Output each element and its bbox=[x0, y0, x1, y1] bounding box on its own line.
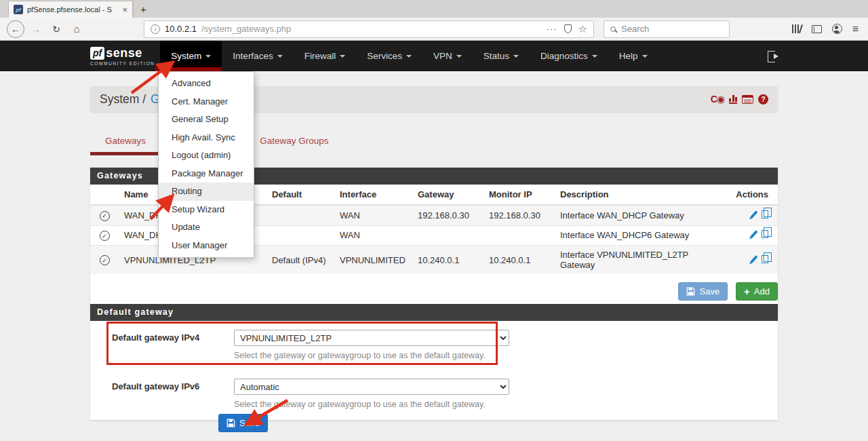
url-host: 10.0.2.1 bbox=[165, 24, 197, 34]
tab-gateway-groups[interactable]: Gateway Groups bbox=[245, 128, 343, 155]
edit-icon[interactable] bbox=[750, 255, 757, 263]
pfsense-navbar: pf sense COMMUNITY EDITION System Interf… bbox=[0, 41, 868, 71]
search-placeholder: Search bbox=[621, 24, 649, 34]
url-path: /system_gateways.php bbox=[201, 24, 291, 34]
edit-icon[interactable] bbox=[750, 230, 757, 238]
menu-item-general-setup[interactable]: General Setup bbox=[159, 111, 254, 129]
tab-gateways[interactable]: Gateways bbox=[90, 128, 161, 155]
gateway-online-icon bbox=[100, 211, 110, 221]
save-floppy-icon bbox=[226, 419, 235, 427]
chevron-down-icon bbox=[513, 55, 519, 58]
search-input[interactable]: Search bbox=[604, 20, 730, 38]
browser-tab[interactable]: pf pfSense.pfsense.local - S × bbox=[8, 1, 133, 18]
save-floppy-icon bbox=[686, 287, 695, 296]
url-bar[interactable]: i 10.0.2.1 /system_gateways.php ··· ☆ bbox=[144, 20, 594, 38]
browser-toolbar: ← → ↻ ⌂ i 10.0.2.1 /system_gateways.php … bbox=[0, 18, 868, 41]
copy-icon[interactable] bbox=[762, 255, 768, 263]
log-table-icon[interactable] bbox=[742, 95, 753, 104]
search-icon bbox=[610, 26, 616, 32]
menu-item-package-manager[interactable]: Package Manager bbox=[159, 165, 254, 183]
chevron-down-icon bbox=[592, 55, 597, 58]
menu-item-advanced[interactable]: Advanced bbox=[159, 75, 254, 93]
default-gateway-save-button[interactable]: Save bbox=[218, 414, 268, 432]
status-refresh-icon[interactable]: C◉ bbox=[711, 94, 724, 104]
add-gateway-button[interactable]: + Add bbox=[736, 282, 778, 301]
new-tab-button[interactable]: + bbox=[133, 1, 153, 18]
logo-pf-badge: pf bbox=[90, 47, 104, 60]
menu-item-setup-wizard[interactable]: Setup Wizard bbox=[159, 201, 254, 219]
page-actions-icon[interactable]: ··· bbox=[547, 24, 557, 34]
tab-close-icon[interactable]: × bbox=[122, 5, 127, 15]
help-icon[interactable]: ? bbox=[758, 94, 768, 104]
nav-firewall[interactable]: Firewall bbox=[294, 41, 357, 71]
chevron-down-icon bbox=[406, 55, 412, 58]
menu-item-high-avail-sync[interactable]: High Avail. Sync bbox=[159, 129, 254, 147]
chevron-down-icon bbox=[340, 55, 345, 58]
menu-item-logout[interactable]: Logout (admin) bbox=[159, 147, 254, 165]
breadcrumb-section: System / bbox=[100, 92, 146, 107]
nav-vpn[interactable]: VPN bbox=[422, 41, 473, 71]
ipv6-gateway-select[interactable]: Automatic bbox=[234, 379, 509, 395]
col-description: Description bbox=[555, 185, 729, 205]
account-icon[interactable] bbox=[832, 24, 842, 34]
back-button[interactable]: ← bbox=[7, 20, 24, 38]
menu-item-cert-manager[interactable]: Cert. Manager bbox=[159, 93, 254, 111]
nav-services[interactable]: Services bbox=[356, 41, 422, 71]
menu-hamburger-icon[interactable]: ≡ bbox=[852, 23, 859, 35]
nav-diagnostics[interactable]: Diagnostics bbox=[530, 41, 608, 71]
logout-icon[interactable] bbox=[768, 51, 778, 61]
library-icon[interactable] bbox=[792, 24, 802, 33]
menu-item-routing[interactable]: Routing bbox=[159, 183, 254, 201]
home-button[interactable]: ⌂ bbox=[69, 23, 84, 35]
default-gateway-panel-title: Default gateway bbox=[90, 304, 778, 321]
menu-item-user-manager[interactable]: User Manager bbox=[159, 237, 254, 255]
nav-help[interactable]: Help bbox=[608, 41, 658, 71]
chevron-down-icon bbox=[456, 55, 462, 58]
col-gateway: Gateway bbox=[412, 185, 484, 205]
annotation-highlight-box bbox=[106, 322, 498, 365]
copy-icon[interactable] bbox=[762, 210, 768, 218]
tracking-shield-icon[interactable] bbox=[564, 24, 572, 33]
bookmark-star-icon[interactable]: ☆ bbox=[578, 23, 587, 35]
gateway-online-icon bbox=[100, 255, 110, 265]
reload-button[interactable]: ↻ bbox=[49, 24, 64, 35]
browser-tab-bar: pf pfSense.pfsense.local - S × + bbox=[0, 0, 868, 18]
site-info-icon[interactable]: i bbox=[151, 24, 160, 34]
col-interface: Interface bbox=[334, 185, 412, 205]
logo-sense-text: sense bbox=[106, 46, 142, 60]
ipv6-help-text: Select the gateway or gatewaygroup to us… bbox=[234, 400, 509, 409]
edit-icon[interactable] bbox=[750, 210, 757, 218]
system-dropdown-menu: Advanced Cert. Manager General Setup Hig… bbox=[158, 71, 254, 258]
col-monitor: Monitor IP bbox=[484, 185, 555, 205]
nav-system[interactable]: System bbox=[160, 41, 222, 71]
chevron-down-icon bbox=[277, 55, 283, 58]
chevron-down-icon bbox=[642, 55, 648, 58]
menu-item-update[interactable]: Update bbox=[159, 218, 254, 237]
chevron-down-icon bbox=[205, 55, 211, 58]
col-default: Default bbox=[267, 185, 334, 205]
plus-icon: + bbox=[744, 288, 750, 295]
gateways-save-button[interactable]: Save bbox=[678, 282, 728, 301]
pfsense-logo[interactable]: pf sense COMMUNITY EDITION bbox=[90, 41, 155, 71]
col-actions: Actions bbox=[729, 185, 778, 205]
monitoring-chart-icon[interactable] bbox=[729, 95, 737, 104]
copy-icon[interactable] bbox=[762, 230, 768, 238]
forward-button[interactable]: → bbox=[28, 23, 43, 35]
page-content: System / Gateways C◉ ? Gateways Static R… bbox=[0, 71, 868, 441]
logo-subtitle: COMMUNITY EDITION bbox=[90, 61, 155, 66]
default-gateway-ipv6-row: Default gateway IPv6 Automatic Select th… bbox=[90, 370, 778, 409]
nav-status[interactable]: Status bbox=[473, 41, 530, 71]
pfsense-favicon: pf bbox=[14, 5, 23, 14]
sidebar-icon[interactable] bbox=[812, 25, 822, 33]
tab-title: pfSense.pfsense.local - S bbox=[27, 5, 118, 14]
nav-interfaces[interactable]: Interfaces bbox=[222, 41, 293, 71]
gateway-online-icon bbox=[100, 231, 110, 241]
ipv6-label: Default gateway IPv6 bbox=[112, 379, 212, 409]
